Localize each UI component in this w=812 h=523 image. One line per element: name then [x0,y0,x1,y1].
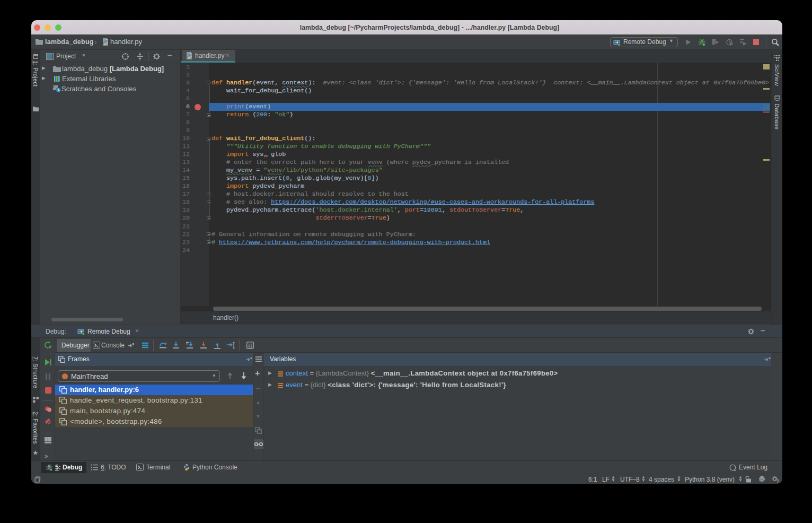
svg-text:?: ? [776,478,779,483]
